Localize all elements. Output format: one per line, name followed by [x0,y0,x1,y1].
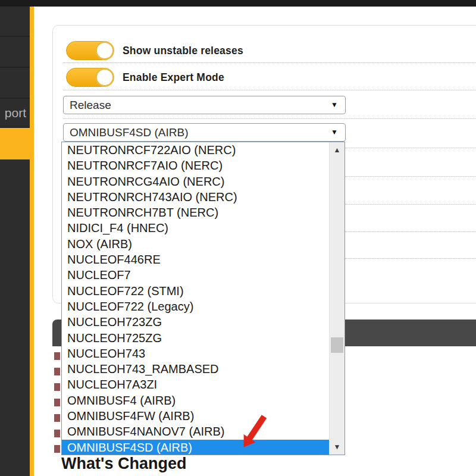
target-listbox[interactable]: NEUTRONRCF722AIO (NERC)NEUTRONRCF7AIO (N… [61,142,345,455]
sidebar: port [0,7,34,476]
show-unstable-releases-toggle[interactable] [66,41,114,60]
target-listbox-options: NEUTRONRCF722AIO (NERC)NEUTRONRCF7AIO (N… [62,142,329,455]
release-type-select[interactable]: Release ▼ [63,96,346,114]
row-divider [63,62,476,63]
dropdown-option[interactable]: NEUTRONRCF7AIO (NERC) [62,158,329,173]
firmware-flasher-screen: port What's Changed Show unstable releas… [0,0,476,476]
dropdown-option[interactable]: OMNIBUSF4NANOV7 (AIRB) [62,424,329,439]
scrollbar-thumb[interactable] [331,337,343,353]
target-board-select-value: OMNIBUSF4SD (AIRB) [70,126,189,139]
dropdown-option[interactable]: NUCLEOH725ZG [62,330,329,346]
toggle-knob [95,68,114,87]
dropdown-option[interactable]: NIDICI_F4 (HNEC) [62,220,329,236]
sidebar-item[interactable] [0,37,30,68]
toggle-knob [95,41,114,60]
row-divider [63,118,476,119]
dropdown-option[interactable]: OMNIBUSF4FW (AIRB) [62,408,329,424]
dropdown-option[interactable]: NOX (AIRB) [62,236,329,252]
show-unstable-releases-label: Show unstable releases [123,41,243,60]
sidebar-accent-stripe [30,7,34,476]
dropdown-option[interactable]: NUCLEOH723ZG [62,314,329,330]
dropdown-option[interactable]: NUCLEOF446RE [62,252,329,267]
sidebar-item[interactable] [0,7,30,37]
top-bar [0,0,476,7]
dropdown-option-selected[interactable]: OMNIBUSF4SD (AIRB) [62,440,329,455]
target-board-select[interactable]: OMNIBUSF4SD (AIRB) ▼ [63,123,346,142]
enable-expert-mode-toggle[interactable] [66,68,114,87]
sidebar-item-support[interactable]: port [0,99,30,128]
whats-changed-heading: What's Changed [61,455,186,473]
dropdown-option[interactable]: NUCLEOH743 [62,346,329,361]
row-divider [63,90,476,90]
dropdown-option[interactable]: NUCLEOH743_RAMBASED [62,361,329,377]
enable-expert-mode-label: Enable Expert Mode [123,68,224,87]
scroll-up-icon[interactable]: ▲ [330,143,345,156]
dropdown-option[interactable]: NUCLEOH7A3ZI [62,377,329,392]
obscured-changelog-fragments [54,352,60,453]
scroll-down-icon[interactable]: ▼ [330,440,345,453]
dropdown-option[interactable]: NUCLEOF722 (Legacy) [62,299,329,314]
dropdown-option[interactable]: NUCLEOF7 [62,267,329,283]
dropdown-option[interactable]: NEUTRONRCG4AIO (NERC) [62,174,329,189]
sidebar-item[interactable] [0,68,30,99]
chevron-down-icon: ▼ [331,123,338,142]
dropdown-option[interactable]: NUCLEOF722 (STMI) [62,283,329,299]
sidebar-item-selected[interactable] [0,128,34,159]
dropdown-option[interactable]: OMNIBUSF4 (AIRB) [62,393,329,408]
listbox-scrollbar[interactable]: ▲ ▼ [329,142,345,455]
dropdown-option[interactable]: NEUTRONRCF722AIO (NERC) [62,142,329,158]
chevron-down-icon: ▼ [331,96,338,114]
dropdown-option[interactable]: NEUTRONRCH7BT (NERC) [62,205,329,220]
release-type-select-value: Release [70,99,111,112]
dropdown-option[interactable]: NEUTRONRCH743AIO (NERC) [62,189,329,205]
